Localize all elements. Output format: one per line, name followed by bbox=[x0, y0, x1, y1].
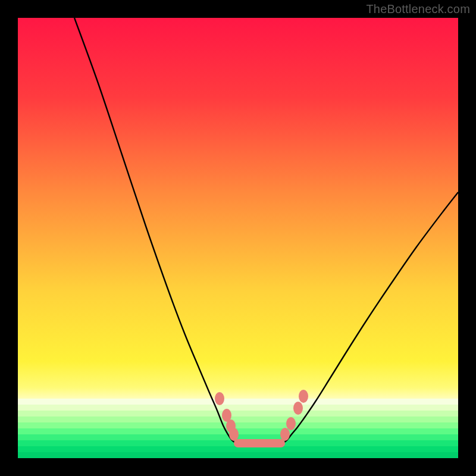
curve-bead bbox=[280, 428, 290, 441]
watermark-text: TheBottleneck.com bbox=[366, 2, 470, 16]
chart-frame: TheBottleneck.com bbox=[0, 0, 476, 476]
curve-layer bbox=[18, 18, 458, 458]
curve-bead bbox=[229, 428, 239, 441]
valley-track bbox=[234, 439, 285, 447]
plot-area bbox=[18, 18, 458, 458]
curve-bead bbox=[286, 417, 296, 430]
curve-bead bbox=[215, 392, 224, 405]
curve-left-branch bbox=[74, 18, 236, 443]
curve-bead bbox=[299, 390, 308, 403]
curve-right-branch bbox=[283, 192, 458, 443]
curve-bead bbox=[293, 402, 303, 415]
